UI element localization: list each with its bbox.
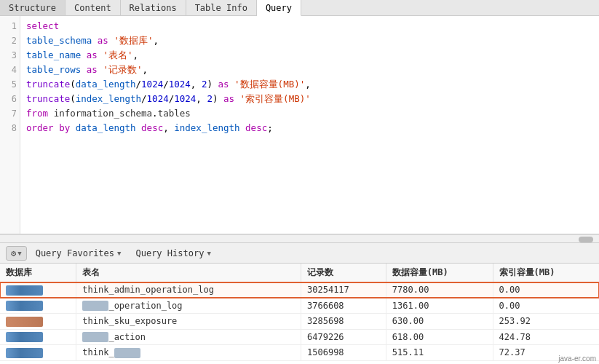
- code-content: select table_schema as '数据库', table_name…: [20, 16, 599, 138]
- watermark: java-er.com: [558, 355, 596, 363]
- query-history-label: Query History: [135, 248, 204, 258]
- cell-records: 6479226: [301, 329, 386, 345]
- col-header-data-size[interactable]: 数据容量(MB): [386, 264, 493, 282]
- cell-data-size: 7780.00: [386, 282, 493, 298]
- cell-records: 30254117: [301, 282, 386, 298]
- cell-table: think_: [76, 345, 301, 361]
- gear-icon: ⚙: [11, 248, 16, 258]
- cell-db: [0, 298, 76, 314]
- query-history-button[interactable]: Query History ▼: [130, 247, 216, 260]
- table-row[interactable]: think_ 1506998 515.11 72.37: [0, 345, 599, 361]
- cell-db: [0, 329, 76, 345]
- tab-query[interactable]: Query: [257, 0, 301, 16]
- cell-records: 3285698: [301, 314, 386, 330]
- col-header-db[interactable]: 数据库: [0, 264, 76, 282]
- tab-relations[interactable]: Relations: [121, 0, 186, 15]
- gear-chevron-icon: ▼: [17, 250, 21, 257]
- tab-content[interactable]: Content: [66, 0, 121, 15]
- line-numbers: 1 2 3 4 5 6 7 8: [0, 16, 20, 234]
- results-area[interactable]: 数据库 表名 记录数 数据容量(MB) 索引容量(MB) think_admin…: [0, 264, 599, 364]
- cell-data-size: 1361.00: [386, 298, 493, 314]
- query-history-chevron-icon: ▼: [207, 250, 210, 257]
- redacted-db-2: [6, 301, 43, 311]
- query-favorites-button[interactable]: Query Favorites ▼: [30, 247, 127, 260]
- redacted-db-3: [6, 317, 43, 327]
- results-table: 数据库 表名 记录数 数据容量(MB) 索引容量(MB) think_admin…: [0, 264, 599, 361]
- table-row[interactable]: _action 6479226 618.00 424.78: [0, 329, 599, 345]
- redacted-tbl-4: [82, 332, 108, 342]
- editor-scrollbar[interactable]: [0, 234, 599, 243]
- query-favorites-label: Query Favorites: [36, 248, 114, 258]
- cell-index-size: 253.92: [493, 314, 599, 330]
- sql-editor[interactable]: 1 2 3 4 5 6 7 8 select table_schema as '…: [0, 16, 599, 234]
- redacted-db-4: [6, 332, 43, 342]
- cell-data-size: 515.11: [386, 345, 493, 361]
- table-row[interactable]: _operation_log 3766608 1361.00 0.00: [0, 298, 599, 314]
- tab-tableinfo[interactable]: Table Info: [186, 0, 257, 15]
- cell-table: think_sku_exposure: [76, 314, 301, 330]
- col-header-table[interactable]: 表名: [76, 264, 301, 282]
- cell-index-size: 0.00: [493, 298, 599, 314]
- table-row[interactable]: think_sku_exposure 3285698 630.00 253.92: [0, 314, 599, 330]
- table-header-row: 数据库 表名 记录数 数据容量(MB) 索引容量(MB): [0, 264, 599, 282]
- cell-index-size: 424.78: [493, 329, 599, 345]
- table-row[interactable]: think_admin_operation_log 30254117 7780.…: [0, 282, 599, 298]
- cell-db: [0, 282, 76, 298]
- cell-records: 3766608: [301, 298, 386, 314]
- bottom-toolbar: ⚙ ▼ Query Favorites ▼ Query History ▼: [0, 243, 599, 264]
- cell-table: think_admin_operation_log: [76, 282, 301, 298]
- cell-db: [0, 314, 76, 330]
- col-header-index-size[interactable]: 索引容量(MB): [493, 264, 599, 282]
- tab-bar: Structure Content Relations Table Info Q…: [0, 0, 599, 16]
- cell-db: [0, 345, 76, 361]
- redacted-tbl-5: [114, 348, 140, 358]
- query-favorites-chevron-icon: ▼: [117, 250, 121, 257]
- cell-data-size: 618.00: [386, 329, 493, 345]
- scrollbar-thumb[interactable]: [579, 237, 593, 242]
- redacted-tbl-2: [82, 301, 108, 311]
- cell-records: 1506998: [301, 345, 386, 361]
- col-header-records[interactable]: 记录数: [301, 264, 386, 282]
- gear-button[interactable]: ⚙ ▼: [6, 246, 27, 261]
- cell-data-size: 630.00: [386, 314, 493, 330]
- redacted-db-5: [6, 348, 43, 358]
- cell-table: _action: [76, 329, 301, 345]
- tab-structure[interactable]: Structure: [0, 0, 66, 15]
- cell-index-size: 0.00: [493, 282, 599, 298]
- redacted-db-1: [6, 285, 43, 296]
- cell-table: _operation_log: [76, 298, 301, 314]
